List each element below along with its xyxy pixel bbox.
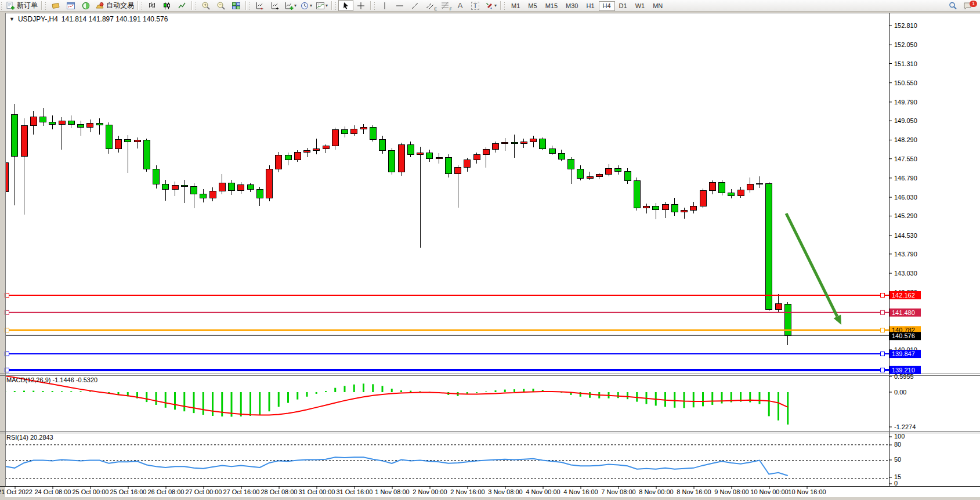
svg-text:26 Oct 08:00: 26 Oct 08:00 bbox=[148, 488, 185, 495]
svg-text:4 Nov 00:00: 4 Nov 00:00 bbox=[526, 488, 560, 495]
text-tool-button[interactable]: A bbox=[453, 0, 468, 11]
tile-windows-button[interactable] bbox=[229, 0, 244, 11]
svg-text:141.480: 141.480 bbox=[892, 309, 915, 316]
vertical-line-tool-button[interactable] bbox=[377, 0, 392, 11]
notifications-button[interactable]: 1 bbox=[960, 0, 975, 11]
separator bbox=[41, 1, 42, 10]
time-axis[interactable]: 21 Oct 202224 Oct 08:0025 Oct 00:0025 Oc… bbox=[0, 486, 826, 495]
main-toolbar: 新订单 自动交易 bbox=[0, 0, 980, 12]
svg-text:139.210: 139.210 bbox=[892, 367, 915, 374]
current-price-label: 140.576 bbox=[889, 332, 921, 340]
trendline-icon bbox=[410, 1, 420, 10]
zoom-in-button[interactable] bbox=[198, 0, 214, 11]
timeframe-button-m30[interactable]: M30 bbox=[562, 1, 582, 11]
dropdown-arrow-icon[interactable]: ▾ bbox=[294, 3, 296, 8]
navigator-button[interactable] bbox=[78, 0, 93, 11]
toolbar-grip[interactable] bbox=[195, 2, 197, 10]
indicators-button[interactable]: ▾ bbox=[283, 0, 298, 11]
svg-text:31 Oct 16:00: 31 Oct 16:00 bbox=[337, 488, 373, 495]
clock-icon bbox=[300, 1, 309, 10]
separator bbox=[138, 1, 139, 10]
timeframe-button-w1[interactable]: W1 bbox=[631, 1, 649, 11]
symbol-dropdown-icon[interactable]: ▼ bbox=[9, 16, 15, 22]
svg-text:25 Oct 16:00: 25 Oct 16:00 bbox=[110, 488, 147, 495]
toolbar-grip[interactable] bbox=[374, 2, 376, 10]
equidistant-channel-icon bbox=[425, 1, 435, 10]
templates-button[interactable]: ▾ bbox=[314, 0, 330, 11]
timeframe-button-m15[interactable]: M15 bbox=[541, 1, 562, 11]
hline-price-label-139.847: 139.847 bbox=[889, 350, 921, 358]
autotrading-label: 自动交易 bbox=[106, 1, 134, 10]
line-chart-button[interactable] bbox=[175, 0, 190, 11]
svg-text:8 Nov 16:00: 8 Nov 16:00 bbox=[677, 488, 711, 495]
new-chart-button[interactable] bbox=[252, 0, 267, 11]
svg-text:50: 50 bbox=[894, 456, 901, 463]
text-label-tool-button[interactable]: T bbox=[468, 0, 483, 11]
dropdown-arrow-icon[interactable]: ▾ bbox=[326, 3, 328, 8]
macd-indicator-label: MACD(12,26,9) -1.1446 -0.5320 bbox=[6, 376, 97, 383]
toolbar-grip[interactable] bbox=[249, 2, 251, 10]
toolbar-grip[interactable] bbox=[1, 2, 3, 10]
chart-window: 152.810152.050151.310150.550149.790149.0… bbox=[0, 11, 980, 500]
timeframe-button-h1[interactable]: H1 bbox=[582, 1, 598, 11]
svg-text:152.050: 152.050 bbox=[894, 41, 917, 48]
timeframe-button-mn[interactable]: MN bbox=[649, 1, 667, 11]
hline-object-141.480[interactable] bbox=[5, 310, 889, 314]
toolbar-grip[interactable] bbox=[335, 2, 337, 10]
navigator-icon bbox=[81, 1, 91, 10]
crosshair-tool-button[interactable] bbox=[353, 0, 368, 11]
channel-tool-button[interactable]: E bbox=[422, 0, 437, 11]
arrows-tool-button[interactable]: ▾ bbox=[483, 0, 498, 11]
candlestick-chart-button[interactable] bbox=[160, 0, 175, 11]
toolbar-grip[interactable] bbox=[504, 2, 506, 10]
separator bbox=[370, 1, 371, 10]
fibonacci-tool-button[interactable]: F bbox=[437, 0, 453, 11]
svg-text:21 Oct 2022: 21 Oct 2022 bbox=[0, 488, 32, 495]
toolbar-grip[interactable] bbox=[141, 2, 143, 10]
svg-text:151.310: 151.310 bbox=[894, 60, 917, 67]
candlesticks bbox=[2, 104, 791, 345]
timeframe-button-h4[interactable]: H4 bbox=[599, 1, 615, 11]
hline-object-139.210[interactable] bbox=[5, 368, 889, 372]
indicators-add-icon bbox=[284, 1, 294, 10]
price-axis[interactable]: 152.810152.050151.310150.550149.790149.0… bbox=[889, 22, 917, 487]
svg-text:0: 0 bbox=[894, 480, 898, 487]
autotrading-button[interactable]: 自动交易 bbox=[93, 0, 136, 11]
market-watch-button[interactable] bbox=[48, 0, 63, 11]
hline-object-140.782[interactable] bbox=[5, 328, 889, 332]
periods-button[interactable]: ▾ bbox=[298, 0, 314, 11]
svg-text:9 Nov 08:00: 9 Nov 08:00 bbox=[714, 488, 748, 495]
symbol-period-label: USDJPY-,H4 bbox=[18, 15, 58, 23]
horizontal-line-icon bbox=[395, 1, 404, 10]
cursor-tool-button[interactable] bbox=[338, 0, 353, 11]
bar-chart-button[interactable] bbox=[144, 0, 160, 11]
svg-text:148.290: 148.290 bbox=[894, 136, 917, 143]
timeframe-button-m5[interactable]: M5 bbox=[524, 1, 541, 11]
dropdown-arrow-icon[interactable]: ▾ bbox=[494, 3, 497, 8]
new-order-button[interactable]: 新订单 bbox=[4, 0, 39, 11]
dropdown-arrow-icon[interactable]: ▾ bbox=[310, 3, 312, 8]
timeframe-button-d1[interactable]: D1 bbox=[615, 1, 631, 11]
svg-text:25 Oct 00:00: 25 Oct 00:00 bbox=[73, 488, 109, 495]
chart-shift-button[interactable] bbox=[267, 0, 283, 11]
zoom-out-button[interactable] bbox=[214, 0, 229, 11]
search-button[interactable] bbox=[945, 0, 960, 11]
separator bbox=[500, 1, 501, 10]
timeframe-button-m1[interactable]: M1 bbox=[507, 1, 524, 11]
search-icon bbox=[948, 1, 957, 10]
hline-object-139.847[interactable] bbox=[5, 352, 889, 356]
notification-badge: 1 bbox=[970, 1, 977, 7]
hline-object-142.162[interactable] bbox=[5, 293, 889, 297]
hline-price-label-142.162: 142.162 bbox=[889, 291, 921, 299]
hline-price-label-139.210: 139.210 bbox=[889, 366, 921, 374]
pane-borders bbox=[0, 13, 980, 487]
rsi-pane bbox=[5, 445, 889, 479]
data-window-button[interactable] bbox=[63, 0, 78, 11]
arrow-annotation[interactable] bbox=[786, 213, 841, 325]
trendline-tool-button[interactable] bbox=[407, 0, 422, 11]
timeframe-group: M1M5M15M30H1H4D1W1MN bbox=[507, 0, 667, 11]
toolbar-grip[interactable] bbox=[45, 2, 47, 10]
svg-text:80: 80 bbox=[894, 441, 901, 448]
horizontal-line-tool-button[interactable] bbox=[392, 0, 407, 11]
horizontal-line-objects[interactable] bbox=[5, 293, 889, 372]
